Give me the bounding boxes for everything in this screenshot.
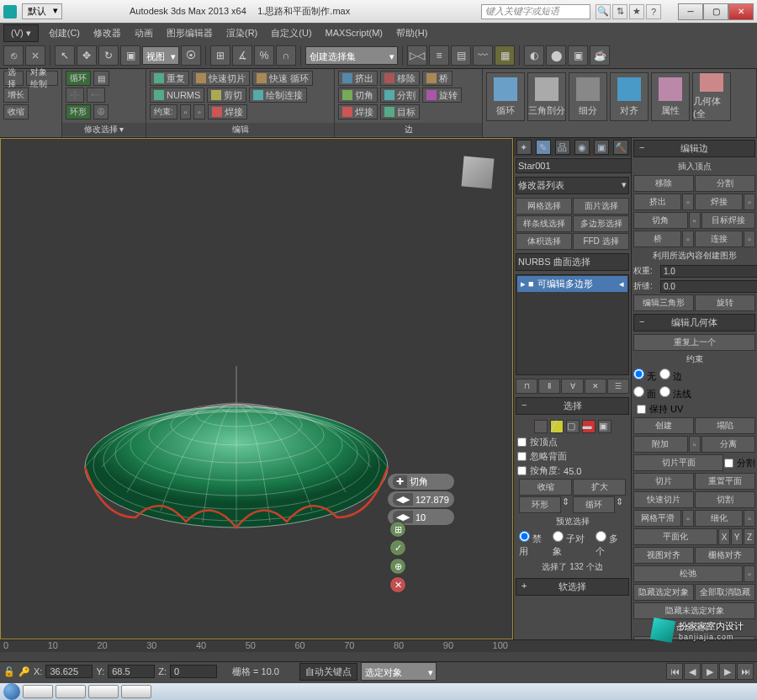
extrude-set[interactable]: ▫ — [682, 194, 694, 210]
goto-end-icon[interactable]: ⏭ — [737, 663, 754, 680]
loop-btn[interactable]: 循环 — [66, 71, 91, 86]
ring2-btn[interactable]: 环形 — [519, 496, 561, 513]
cut2-btn[interactable]: 切割 — [695, 491, 755, 508]
cut-btn[interactable]: 剪切 — [207, 88, 246, 103]
comm-icon[interactable]: ⇅ — [612, 4, 627, 19]
tab-hier-icon[interactable]: 品 — [555, 140, 570, 155]
close-button[interactable]: ✕ — [728, 3, 754, 20]
byangle-chk[interactable] — [517, 466, 527, 475]
grow2-btn[interactable]: 扩大 — [573, 479, 626, 496]
py[interactable]: Y — [731, 528, 743, 545]
menu-grapheditors[interactable]: 图形编辑器 — [160, 24, 220, 42]
menu-customize[interactable]: 自定义(U) — [264, 24, 318, 42]
so-border[interactable]: ▢ — [566, 420, 580, 433]
loop-big[interactable]: 循环 — [486, 72, 525, 121]
reset-btn[interactable]: 重置平面 — [695, 473, 755, 490]
tess-set[interactable]: ▫ — [744, 510, 755, 527]
unlink-icon[interactable]: ⤫ — [25, 45, 45, 66]
planar-btn[interactable]: 平面化 — [633, 528, 717, 545]
caddy-cancel-icon[interactable]: ✕ — [389, 576, 406, 593]
connect-btn[interactable]: 连接 — [695, 231, 743, 247]
roll-softsel[interactable]: 软选择 — [516, 578, 629, 596]
bridge-btn[interactable]: 桥 — [422, 71, 453, 86]
cfg-icon[interactable]: ☰ — [607, 379, 629, 394]
volsel-btn[interactable]: 体积选择 — [516, 233, 572, 250]
show-icon[interactable]: Ⅱ — [538, 379, 560, 394]
align-icon[interactable]: ≡ — [429, 45, 449, 66]
move-icon[interactable]: ✥ — [77, 45, 97, 66]
bridge2-btn[interactable]: 桥 — [633, 231, 681, 247]
snap-icon[interactable]: ⊞ — [210, 45, 230, 66]
relax-btn[interactable]: 松弛 — [633, 565, 743, 582]
tb-app3[interactable] — [88, 685, 119, 698]
r-sub[interactable] — [553, 531, 564, 542]
tweld-btn[interactable]: 目标焊接 — [701, 212, 756, 229]
roll-editgeo[interactable]: 编辑几何体 — [633, 314, 755, 331]
repeat2-btn[interactable]: 重复上一个 — [633, 334, 755, 351]
chamfer-btn[interactable]: 切角 — [338, 88, 378, 103]
sliceplane-btn[interactable]: 切片平面 — [633, 454, 723, 471]
turn-btn[interactable]: 旋转 — [695, 294, 755, 311]
minimize-button[interactable]: ─ — [678, 3, 703, 20]
weight-input[interactable] — [660, 265, 757, 278]
extrude-btn[interactable]: 挤出 — [338, 71, 378, 86]
goto-start-icon[interactable]: ⏮ — [666, 663, 683, 680]
help-icon[interactable]: ? — [646, 4, 661, 19]
byvertex-chk[interactable] — [517, 438, 527, 447]
r-multi[interactable] — [596, 531, 606, 542]
geom-big[interactable]: 几何体 (全 — [692, 72, 731, 121]
grow-btn[interactable]: 增长 — [3, 88, 29, 103]
key-icon[interactable]: 🔑 — [19, 666, 30, 677]
c-e[interactable]: ▫ — [193, 104, 205, 119]
layers-icon[interactable]: ▤ — [451, 45, 471, 66]
gridalign-btn[interactable]: 栅格对齐 — [695, 547, 755, 564]
r-off[interactable] — [519, 531, 530, 542]
remove2-btn[interactable]: 移除 — [633, 175, 694, 192]
tb-app4[interactable] — [121, 685, 151, 698]
x-coord[interactable]: 36.625 — [45, 665, 93, 678]
target-btn[interactable]: 目标 — [380, 104, 420, 119]
polysel-btn[interactable]: 多边形选择 — [573, 215, 629, 232]
c-edge-r[interactable] — [659, 369, 670, 379]
tess-btn[interactable]: 细化 — [695, 510, 743, 527]
asnap-icon[interactable]: ∡ — [232, 45, 252, 66]
so-vertex[interactable]: ∴ — [534, 420, 548, 433]
slice-btn[interactable]: 切片 — [633, 473, 694, 490]
search-input[interactable]: 键入关键字或短语 — [481, 4, 590, 19]
split-btn[interactable]: 分割 — [380, 88, 420, 103]
viewcube[interactable] — [455, 151, 500, 196]
align-big[interactable]: 对齐 — [610, 72, 648, 121]
ring-btn[interactable]: 环形 — [66, 104, 91, 119]
object-name-input[interactable] — [516, 158, 631, 173]
make-icon[interactable]: ∀ — [561, 379, 583, 394]
splinesel-btn[interactable]: 样条线选择 — [516, 215, 572, 232]
tab-util-icon[interactable]: 🔨 — [613, 140, 628, 155]
play-icon[interactable]: ▶ — [701, 663, 718, 680]
collapse-btn[interactable]: 塌陷 — [695, 417, 755, 434]
modifier-stack[interactable]: ▸ ■可编辑多边形◂ — [516, 274, 629, 375]
connect-set[interactable]: ▫ — [744, 231, 755, 247]
weld3-btn[interactable]: 焊接 — [695, 194, 743, 210]
chamfer2-btn[interactable]: 切角 — [633, 212, 688, 229]
search-icon[interactable]: 🔍 — [596, 4, 611, 19]
ribbon-icon[interactable]: ▦ — [495, 45, 515, 66]
remove-btn[interactable]: 移除 — [380, 71, 420, 86]
so-edge[interactable]: ╱ — [550, 420, 564, 433]
edittri-btn[interactable]: 编辑三角形 — [633, 294, 694, 311]
split2-btn[interactable]: 分割 — [695, 175, 755, 192]
create-btn[interactable]: 创建 — [633, 417, 694, 434]
menu-maxscript[interactable]: MAXScript(M) — [319, 25, 389, 40]
coord-dropdown[interactable]: 视图 — [142, 46, 179, 65]
scale-icon[interactable]: ▣ — [120, 45, 140, 66]
tab-motion-icon[interactable]: ◉ — [574, 140, 590, 155]
magnet-icon[interactable]: ∩ — [276, 45, 296, 66]
pz[interactable]: Z — [744, 528, 755, 545]
z-coord[interactable]: 0 — [170, 665, 217, 678]
preserve-chk[interactable] — [637, 405, 646, 414]
tab-modify-icon[interactable]: ✎ — [536, 140, 551, 155]
attach-btn[interactable]: 附加 — [633, 436, 688, 453]
curve-icon[interactable]: 〰 — [473, 45, 493, 66]
fill-icon[interactable]: ▤ — [93, 71, 109, 86]
mirror-icon[interactable]: ▷◁ — [407, 45, 427, 66]
keymode-drop[interactable]: 选定对象 — [361, 662, 437, 681]
